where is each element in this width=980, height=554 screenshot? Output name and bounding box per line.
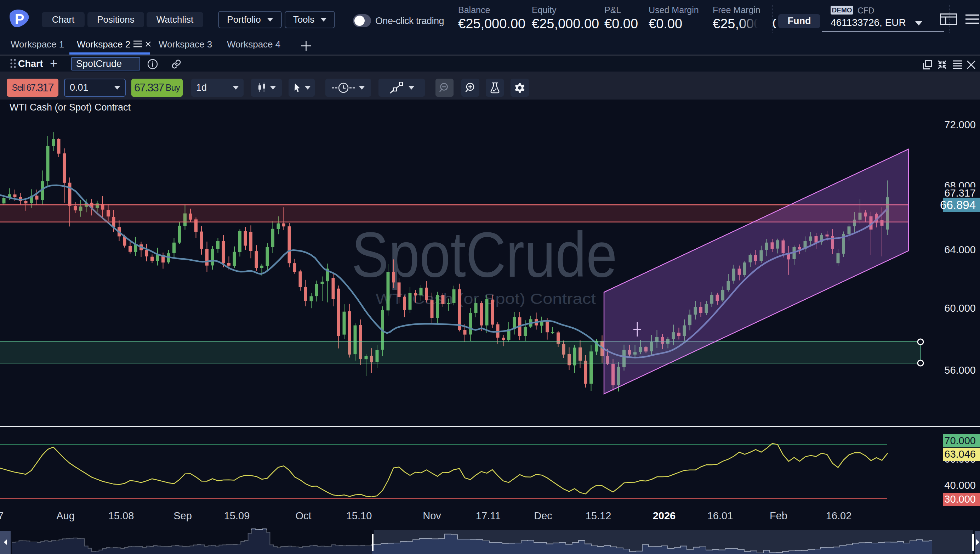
svg-text:63.046: 63.046 [944,449,976,460]
svg-text:Nov: Nov [423,510,441,521]
svg-text:16.02: 16.02 [826,510,852,521]
svg-text:7: 7 [0,510,3,521]
svg-text:Aug: Aug [56,510,75,521]
svg-text:72.000: 72.000 [944,119,976,131]
svg-text:67.317: 67.317 [944,187,976,199]
svg-text:64.000: 64.000 [944,244,976,255]
svg-text:16.01: 16.01 [707,510,733,521]
svg-text:Oct: Oct [295,510,311,521]
svg-text:15.12: 15.12 [585,510,611,521]
svg-text:2026: 2026 [653,510,676,521]
svg-text:SpotCrude: SpotCrude [352,219,617,290]
svg-text:40.000: 40.000 [944,480,976,491]
svg-text:60.000: 60.000 [944,302,976,314]
svg-text:17.11: 17.11 [476,510,501,521]
svg-text:56.000: 56.000 [944,365,976,376]
svg-text:66.894: 66.894 [940,198,976,212]
svg-text:15.10: 15.10 [346,510,372,521]
svg-text:Sep: Sep [173,510,192,521]
svg-text:15.08: 15.08 [108,510,134,521]
svg-text:Feb: Feb [770,510,788,521]
svg-text:70.000: 70.000 [944,435,976,446]
svg-text:15.09: 15.09 [224,510,250,521]
svg-text:Dec: Dec [534,510,552,521]
svg-text:30.000: 30.000 [944,494,976,505]
